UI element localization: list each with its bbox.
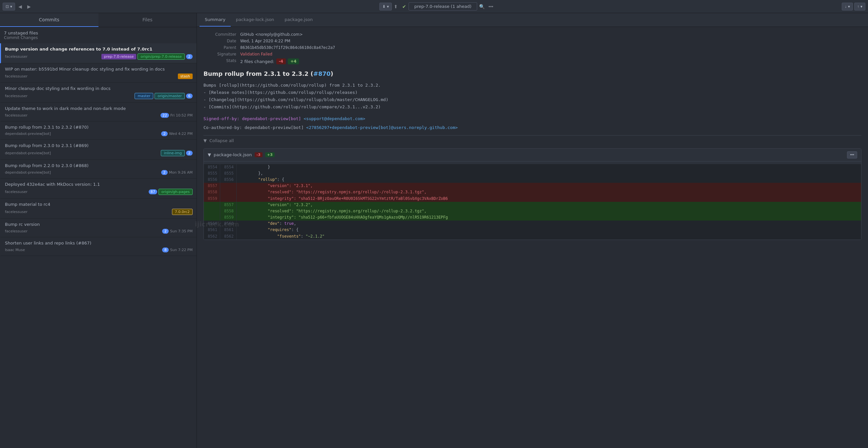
right-tabs: Summary package-lock.json package.json [197,13,868,27]
toolbar-right: ↓ ▾ ↑ ▾ [842,3,865,10]
commit-meta: facelessuser stash [5,73,193,79]
committer-value: GitHub <noreply@github.com> [240,32,862,37]
commit-badges: 7.0.0rc2 [172,209,193,215]
line-num-old: 8555 [204,170,220,177]
push-split-button[interactable]: ⬆ [392,3,400,10]
window-toggle-button[interactable]: ⊡ ▾ [3,3,15,10]
diff-row: 8555 8555 }, [204,170,861,177]
badge-branch: prep-7.0-release [101,54,136,59]
line-num-old: 8561 [204,227,220,233]
line-num-old: 8557 [204,183,220,189]
commit-list: 7 unstaged files Commit Changes ijicrack… [0,27,196,448]
pull-button[interactable]: ↓ ▾ [842,3,853,10]
commit-item[interactable]: Bump version and change references to 7.… [0,43,196,63]
signature-value: Validation Failed [240,52,862,56]
stats-files-text: 2 files changed: [240,59,274,64]
tab-commits[interactable]: Commits [0,13,98,27]
pr-link[interactable]: #870 [313,70,331,77]
diff-additions: +3 [265,152,275,157]
signed-off: Signed-off-by: dependabot-preview[bot] <… [204,116,862,121]
commit-item[interactable]: Update theme to work in dark mode and no… [0,103,196,121]
commit-item[interactable]: Shorten user links and repo links (#867)… [0,237,196,256]
diff-row: 8554 8554 } [204,164,861,170]
co-authored-email: <27856297+dependabot-preview[bot]@users.… [306,125,458,130]
commit-badges: 22 Fri 10:52 PM [160,113,193,118]
commit-author: dependabot-preview[bot] [5,131,51,136]
collapse-all-label: Collapse all [209,138,234,143]
commit-author: facelessuser [5,55,28,59]
committer-label: Committer [204,32,236,37]
nav-back-button[interactable]: ◀ [17,3,24,10]
commit-badges: 2 Wed 4:22 PM [161,131,193,136]
more-button[interactable]: ••• [487,3,496,10]
pull-dropdown-icon: ▾ [848,4,850,9]
commit-meta: dependabot-preview[bot] inline-img 2 [5,150,193,156]
diff-filename-row: ▼ package-lock.json -3 +3 [208,152,275,157]
signed-off-label: Signed-off-by: dependabot-preview[bot] [204,116,301,121]
diff-table: 8554 8554 } 8555 8555 }, 8556 8556 [204,164,861,240]
commit-badges: 8 Sun 7:22 PM [162,247,193,252]
body-line-1: Bumps [rollup](https://github.com/rollup… [204,82,862,89]
search-button[interactable]: 🔍 [477,3,487,10]
line-code: "integrity": "sha512-p66+fbfaUUOGE84sHXA… [237,214,861,220]
main-content: Commits Files 7 unstaged files Commit Ch… [0,13,868,448]
fetch-icon: ⬇ [382,4,385,9]
line-code: "version": "2.3.1", [237,183,861,189]
commit-item[interactable]: Deployed 432e4ac with MkDocs version: 1.… [0,179,196,199]
commit-author: facelessuser [5,74,28,79]
line-code: "version": "2.3.2", [237,202,861,208]
commit-num: 87 [149,189,157,194]
collapse-triangle-icon: ▼ [204,138,207,143]
diff-row: 8558 "resolved": "https://registry.npmjs… [204,189,861,195]
commit-num: 8 [162,247,169,252]
commit-item[interactable]: Bump rollup from 2.3.0 to 2.3.1 (#869) d… [0,140,196,160]
commit-message-title: Bump rollup from 2.3.1 to 2.3.2 (#870) [204,69,862,78]
upload-icon: ↑ [857,4,859,9]
commit-item[interactable]: Bump rollup from 2.3.1 to 2.3.2 (#870) d… [0,121,196,140]
commit-item[interactable]: WIP on master: b5591bd Minor cleanup doc… [0,63,196,83]
commit-badges: stash [178,73,193,79]
tab-package-json[interactable]: package.json [279,13,318,27]
commit-item[interactable]: Bump rc version facelessuser 2 Sun 7:35 … [0,218,196,237]
commit-title: Bump rollup from 2.2.0 to 2.3.0 (#868) [5,163,193,169]
commit-meta: facelessuser 87 origin/gh-pages [5,189,193,195]
date-label: Date [204,39,236,43]
push-button[interactable]: ↑ ▾ [854,3,865,10]
commit-num: 2 [161,170,168,175]
stat-additions: +4 [288,58,299,64]
stats-value: 2 files changed: -4 +4 [240,58,862,64]
commit-meta: Isaac Muse 8 Sun 7:22 PM [5,247,193,252]
commit-author: Isaac Muse [5,248,25,252]
toolbar-center: ⬇ ▾ ⬆ ✔ prep-7.0-release (1 ahead) 🔍 ••• [34,2,840,10]
badge-stash: stash [178,73,193,79]
parent-label: Parent [204,45,236,50]
commit-item[interactable]: Minor cleanup doc styling and fix wordin… [0,83,196,103]
tab-package-lock[interactable]: package-lock.json [231,13,280,27]
nav-forward-button[interactable]: ▶ [25,3,33,10]
badge-version: 7.0.0rc2 [172,209,193,215]
commit-author: facelessuser [5,190,28,194]
commit-author: dependabot-preview[bot] [5,170,51,175]
line-num-old: 8562 [204,233,220,240]
badge-origin: origin/prep-7.0-release [137,54,185,60]
line-num-old: 8554 [204,164,220,170]
line-num-new: 8557 [220,202,237,208]
diff-row: 8558 "resolved": "https://registry.npmjs… [204,208,861,214]
tab-files[interactable]: Files [98,13,197,27]
commit-num: 2 [186,54,193,59]
commit-title: Update theme to work in dark mode and no… [5,106,193,112]
diff-more-button[interactable]: ••• [847,151,857,158]
commit-item[interactable]: Bump rollup from 2.2.0 to 2.3.0 (#868) d… [0,160,196,179]
line-num-new [220,183,237,189]
fetch-button[interactable]: ⬇ ▾ [379,3,392,10]
commit-title: Deployed 432e4ac with MkDocs version: 1.… [5,182,193,187]
diff-row: 8557 "version": "2.3.2", [204,202,861,208]
parent-value: 86361b45db530c7f1f29c864c6610dc8a47ec2a7 [240,45,862,50]
commit-date: Wed 4:22 PM [169,131,193,136]
commit-date: Mon 9:26 AM [169,170,193,175]
signature-label: Signature [204,52,236,56]
tab-summary[interactable]: Summary [199,13,231,27]
line-num-old: 8558 [204,189,220,195]
collapse-all-bar[interactable]: ▼ Collapse all [204,135,862,146]
commit-item[interactable]: Bump material to rc4 facelessuser 7.0.0r… [0,199,196,218]
